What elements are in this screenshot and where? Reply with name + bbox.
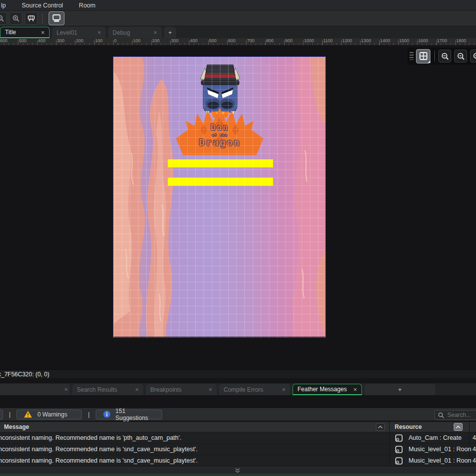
ruler-tick: [151, 40, 152, 45]
resource-cell: Music_level_01 : Roon: [409, 446, 471, 453]
close-icon[interactable]: ×: [282, 386, 286, 393]
tab-debug[interactable]: Debug ×: [108, 27, 162, 38]
ruler-tick: [56, 40, 57, 45]
drag-handle-icon[interactable]: [410, 52, 414, 60]
magnifier-plus-icon: [12, 14, 20, 22]
ruler-tick: [303, 40, 303, 45]
message-search-box[interactable]: [434, 410, 476, 420]
line-cell: 4: [473, 446, 476, 453]
ruler-tick-label: 600: [0, 38, 7, 43]
search-input[interactable]: [447, 412, 476, 418]
canvas-zoom-out-button[interactable]: [438, 50, 451, 62]
line-cell: 4: [473, 457, 476, 464]
message-column-header[interactable]: Message: [4, 423, 29, 430]
ruler-tick-label: 200: [76, 38, 83, 43]
issues-separator: |: [88, 411, 89, 418]
ruler-tick-label: 1100: [323, 38, 333, 43]
canvas-zoom-in-button[interactable]: [470, 50, 476, 62]
add-tab-button[interactable]: +: [164, 27, 176, 38]
game-title: Don of the Dragon: [174, 123, 265, 148]
tab-compile-errors[interactable]: Compile Errors ×: [219, 384, 290, 395]
warnings-count-label: 0 Warnings: [37, 411, 67, 418]
tab-label: Debug: [113, 29, 130, 36]
editor-tab-bar: Title × Level01 × Debug × +: [0, 26, 476, 38]
magnifier-plus-icon: [473, 52, 476, 60]
suggestions-count-label: 151 Suggestions: [116, 408, 155, 421]
ruler-tick-label: 100: [133, 38, 140, 43]
ruler-tick-label: 1600: [418, 38, 428, 43]
laptop-preview-button[interactable]: [49, 11, 64, 25]
tab-search-results[interactable]: Search Results ×: [72, 384, 143, 395]
ruler-tick-label: 300: [171, 38, 178, 43]
room-viewport[interactable]: Don of the Dragon: [0, 46, 476, 369]
menu-help[interactable]: lp: [0, 0, 14, 11]
ruler-tick-label: 600: [228, 38, 236, 43]
ruler-tick-label: 200: [152, 38, 160, 43]
feather-messages-table: Message Resource nconsistent naming. Rec…: [0, 422, 476, 467]
close-icon[interactable]: ×: [64, 386, 68, 393]
ruler-tick-label: 800: [266, 38, 274, 43]
add-output-tab-button[interactable]: +: [364, 384, 435, 395]
menu-room[interactable]: Room: [71, 0, 103, 11]
table-row[interactable]: nconsistent naming. Recommended name is …: [0, 455, 476, 467]
zoom-out-button[interactable]: [0, 12, 7, 25]
instance-coordinates: c_7F56C320: (0, 0): [0, 370, 49, 378]
close-icon[interactable]: ×: [208, 386, 212, 393]
ruler-tick-label: 1000: [304, 38, 314, 43]
search-icon: [438, 412, 444, 418]
ruler-tick-label: 300: [57, 38, 64, 43]
tab-label: Level01: [57, 29, 77, 36]
suggestions-filter-button[interactable]: 151 Suggestions: [96, 410, 162, 419]
close-icon[interactable]: ×: [97, 29, 101, 36]
tab-title[interactable]: Title ×: [0, 27, 50, 38]
gamepad-tool-button[interactable]: [25, 12, 38, 25]
toggle-grid-button[interactable]: [416, 49, 430, 63]
menu-source-control[interactable]: Source Control: [14, 0, 71, 11]
resource-column-header[interactable]: Resource: [395, 423, 422, 430]
menu-bar-sprite-2: [168, 178, 273, 186]
double-chevron-down-icon[interactable]: [234, 468, 241, 474]
ruler-tick: [75, 40, 75, 45]
magnifier-minus-icon: [0, 14, 4, 22]
tab-feather-messages[interactable]: Feather Messages ×: [293, 384, 362, 395]
zoom-in-button[interactable]: [9, 12, 22, 25]
ruler-minor-ticks: [0, 43, 475, 45]
ruler-tick-label: 100: [95, 38, 103, 43]
message-sort-button[interactable]: [376, 423, 385, 431]
ruler-tick: [208, 40, 209, 45]
ruler-tick: [398, 40, 399, 45]
bottom-accent-strip: [0, 474, 476, 476]
title-line-3: Dragon: [174, 137, 265, 148]
warning-triangle-icon: [24, 411, 32, 418]
resource-sort-button[interactable]: [454, 423, 463, 431]
table-row[interactable]: nconsistent naming. Recommended name is …: [0, 432, 476, 444]
resource-type-icon: [395, 457, 403, 465]
resource-type-icon: [395, 434, 403, 442]
ruler-tick-label: 1400: [380, 38, 390, 43]
close-icon[interactable]: ×: [153, 29, 157, 36]
ruler-tick: [379, 40, 380, 45]
ruler-tick-label: 1200: [342, 38, 352, 43]
resource-type-icon: [395, 446, 403, 453]
ruler-tick: [227, 40, 228, 45]
tab-output-cut[interactable]: ×: [0, 384, 70, 395]
gamemaker-ide: lp Source Control Room T: [0, 0, 476, 476]
table-row[interactable]: nconsistent naming. Recommended name is …: [0, 444, 476, 455]
grid-icon: [419, 52, 427, 60]
horizontal-ruler: 6005004003002001000100200300400500600700…: [0, 38, 476, 46]
tab-label: Compile Errors: [224, 386, 263, 393]
tab-breakpoints[interactable]: Breakpoints ×: [146, 384, 217, 395]
room-canvas[interactable]: Don of the Dragon: [113, 57, 326, 338]
errors-filter-button-cut[interactable]: [0, 410, 3, 419]
warnings-filter-button[interactable]: 0 Warnings: [16, 410, 82, 419]
close-icon[interactable]: ×: [41, 29, 45, 36]
ruler-tick: [113, 40, 114, 45]
ruler-tick: [322, 40, 323, 45]
tab-label: Feather Messages: [298, 386, 347, 393]
close-icon[interactable]: ×: [353, 386, 357, 393]
close-icon[interactable]: ×: [135, 386, 139, 393]
canvas-zoom-reset-button[interactable]: [454, 50, 467, 62]
output-tab-bar: × Search Results × Breakpoints × Compile…: [0, 383, 476, 395]
table-header: Message Resource: [0, 422, 476, 432]
tab-level01[interactable]: Level01 ×: [52, 27, 106, 38]
